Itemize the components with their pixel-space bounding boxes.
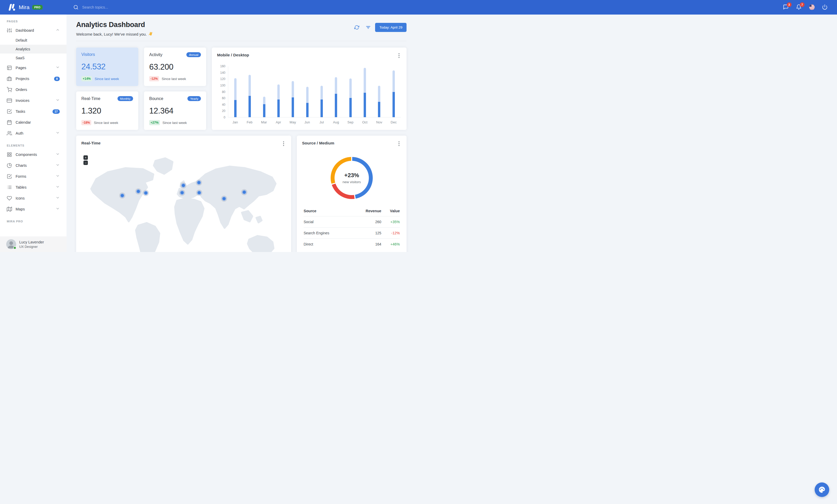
main-content: Analytics Dashboard Welcome back, Lucy! … (67, 15, 418, 252)
refresh-icon (354, 25, 359, 30)
map-marker-chicago[interactable] (137, 190, 140, 193)
x-axis-label: Jan (228, 120, 242, 124)
y-axis-tick: 80 (217, 90, 225, 94)
bar-dec (387, 66, 401, 117)
world-map[interactable] (76, 148, 291, 252)
sidebar-item-icons[interactable]: Icons (0, 193, 67, 204)
realtime-map-card: Real-Time + − (76, 136, 291, 252)
x-axis-label: Nov (372, 120, 386, 124)
sidebar-subitem-saas[interactable]: SaaS (0, 54, 67, 62)
card-menu-button[interactable] (397, 141, 401, 146)
brand[interactable]: Mira PRO (8, 4, 67, 11)
tasks-count-badge: 17 (53, 109, 60, 114)
page-title: Analytics Dashboard (76, 21, 153, 29)
sliders-icon (7, 28, 12, 33)
brand-name: Mira (19, 4, 30, 11)
sidebar-subitem-default[interactable]: Default (0, 36, 67, 45)
sidebar-item-pages[interactable]: Pages (0, 62, 67, 73)
y-axis-tick: 120 (217, 77, 225, 81)
stat-title: Visitors (82, 52, 95, 57)
section-label-pages: PAGES (0, 15, 67, 25)
bar-mar (257, 66, 271, 117)
bar-feb (243, 66, 257, 117)
source-medium-title: Source / Medium (302, 141, 334, 146)
table-row: Social260+35% (304, 217, 400, 228)
sidebar-item-charts[interactable]: Charts (0, 160, 67, 171)
map-marker-madrid[interactable] (180, 191, 184, 194)
bar-oct (358, 66, 372, 117)
cell-revenue: 125 (352, 228, 381, 239)
map-marker-delhi[interactable] (222, 197, 226, 201)
layout-icon (7, 65, 12, 70)
chart-title: Mobile / Desktop (217, 53, 249, 57)
projects-count-badge: 8 (54, 77, 60, 81)
top-navbar: Mira PRO 3 7 (0, 0, 418, 15)
map-marker-beijing[interactable] (243, 190, 246, 194)
chevron-down-icon (56, 131, 60, 135)
sidebar-item-dashboard[interactable]: Dashboard (0, 25, 67, 36)
x-axis-label: Dec (387, 120, 401, 124)
chevron-down-icon (56, 207, 60, 211)
map-zoom-out-button[interactable]: − (84, 161, 88, 165)
refresh-button[interactable] (352, 24, 361, 32)
cell-revenue: 260 (352, 217, 381, 228)
check-square-icon (7, 109, 12, 114)
chevron-up-icon (56, 28, 60, 32)
donut-chart: +23% new visitors (331, 157, 373, 199)
welcome-message: Welcome back, Lucy! We've missed you. (76, 32, 153, 36)
card-menu-button[interactable] (397, 53, 401, 58)
search-input[interactable] (82, 5, 144, 10)
stat-value: 12.364 (149, 106, 201, 116)
chevron-down-icon (56, 174, 60, 178)
map-marker-new-york[interactable] (144, 191, 148, 195)
map-marker-london[interactable] (182, 184, 185, 187)
sidebar-item-invoices[interactable]: Invoices (0, 95, 67, 106)
period-badge: Annual (186, 52, 201, 57)
bar-chart: 020406080100120140160 JanFebMarAprMayJun… (212, 66, 407, 124)
user-footer[interactable]: Lucy Lavender UX Designer (0, 237, 67, 252)
stat-value: 63.200 (149, 62, 201, 72)
sidebar-item-maps[interactable]: Maps (0, 204, 67, 214)
x-axis-label: Sep (343, 120, 357, 124)
column-header-revenue: Revenue (352, 206, 381, 217)
column-header-value: Value (381, 206, 400, 217)
users-icon (7, 131, 12, 136)
sidebar-item-orders[interactable]: Orders (0, 84, 67, 95)
card-menu-button[interactable] (281, 141, 286, 146)
x-axis-label: Feb (242, 120, 256, 124)
period-badge: Yearly (188, 96, 201, 101)
section-label-mira-pro: MIRA PRO (0, 214, 67, 225)
map-marker-istanbul[interactable] (197, 191, 201, 194)
x-axis-label: May (286, 120, 300, 124)
y-axis-tick: 160 (217, 64, 225, 68)
sidebar-item-components[interactable]: Components (0, 149, 67, 160)
stat-card-realtime: Real-Time Monthly 1.320 -18% Since last … (76, 91, 138, 130)
sidebar-item-calendar[interactable]: Calendar (0, 117, 67, 128)
change-chip: +27% (149, 120, 160, 125)
map-marker-moscow[interactable] (197, 181, 201, 184)
stat-value: 24.532 (82, 62, 133, 72)
bar-aug (329, 66, 343, 117)
date-range-button[interactable]: Today: April 29 (375, 23, 407, 32)
sidebar-item-auth[interactable]: Auth (0, 128, 67, 139)
sidebar-item-forms[interactable]: Forms (0, 171, 67, 182)
sidebar-item-projects[interactable]: Projects 8 (0, 73, 67, 84)
x-axis-label: Aug (329, 120, 343, 124)
map-zoom-in-button[interactable]: + (84, 155, 88, 160)
search-icon (73, 5, 78, 10)
donut-center-caption: new visitors (343, 180, 361, 184)
change-chip: -12% (149, 76, 159, 81)
sidebar-subitem-analytics[interactable]: Analytics (0, 45, 67, 54)
mobile-desktop-chart-card: Mobile / Desktop 020406080100120140160 J… (212, 48, 407, 130)
sidebar-item-tables[interactable]: Tables (0, 182, 67, 193)
filter-button[interactable] (364, 24, 373, 32)
mira-logo-icon (8, 4, 17, 11)
map-marker-los-angeles[interactable] (120, 194, 124, 198)
filter-icon (366, 25, 371, 30)
briefcase-icon (7, 76, 12, 81)
sidebar-item-tasks[interactable]: Tasks 17 (0, 106, 67, 117)
change-chip: -18% (82, 120, 91, 125)
stat-card-bounce: Bounce Yearly 12.364 +27% Since last wee… (144, 91, 206, 130)
column-header-source: Source (304, 206, 352, 217)
pie-chart-icon (7, 163, 12, 168)
